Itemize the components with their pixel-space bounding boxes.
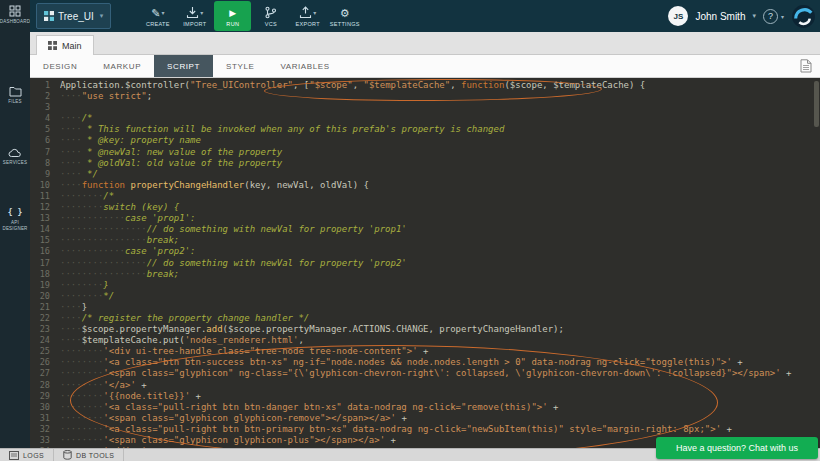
tab-variables[interactable]: VARIABLES [267,55,342,77]
import-button[interactable]: ▾ IMPORT [176,1,213,31]
page-grid-icon [48,41,57,50]
code-line[interactable]: ····} [60,302,812,313]
code-line[interactable]: ····/* register the property change hand… [60,313,812,324]
code-line[interactable]: ········} [60,280,812,291]
gutter-line-number: 33 [30,435,50,446]
code-line[interactable]: ················break; [60,269,812,280]
db-tools-label: DB TOOLS [76,452,114,459]
database-icon [63,450,72,460]
code-line[interactable]: ················break; [60,235,812,246]
gutter-line-number: 17 [30,258,50,269]
page-tab-strip: Main [30,32,820,55]
gutter-line-number: 30 [30,402,50,413]
import-icon [186,6,199,19]
chevron-down-icon: ▾ [200,9,203,16]
settings-button[interactable]: ⚙ SETTINGS [326,1,363,31]
run-button[interactable]: ▶ RUN [214,1,251,31]
file-document-icon[interactable] [800,55,812,77]
settings-gear-icon: ⚙ [340,7,350,19]
chevron-down-icon: ▾ [313,9,316,16]
gutter-line-number: 6 [30,135,50,146]
editor-scrollbar[interactable] [814,81,819,127]
code-line[interactable]: ········'<span class="glyphicon glyphico… [60,413,812,424]
code-line[interactable]: ···· * @oldVal: old value of the propert… [60,158,812,169]
code-line[interactable]: ········'</a>' + [60,380,812,391]
code-line[interactable]: ····$scope.propertyManager.add($scope.pr… [60,324,812,335]
gutter-line-number: 16 [30,246,50,257]
gutter-line-number: 4 [30,113,50,124]
code-line[interactable]: ····$templateCache.put('nodes_renderer.h… [60,335,812,346]
run-icon: ▶ [229,7,236,19]
gutter-line-number: 10 [30,180,50,191]
code-line[interactable]: ········'<a class="pull-right btn btn-da… [60,402,812,413]
gutter-line-number: 9 [30,169,50,180]
avatar[interactable]: JS [668,6,688,26]
code-line[interactable]: ········'<a class="btn btn-success btn-x… [60,357,812,368]
code-editor[interactable]: 1234567891011121314151617181920212223242… [30,78,820,448]
import-label: IMPORT [183,21,206,27]
sidebar-item-services[interactable]: SERVICES [0,148,30,166]
chat-with-us-button[interactable]: Have a question? Chat with us [656,437,818,459]
editor-mode-tabs: DESIGN MARKUP SCRIPT STYLE VARIABLES [30,55,820,78]
code-line[interactable]: ········'<span class="glyphicon" ng-clas… [60,368,812,379]
create-button[interactable]: ✎▾ CREATE [139,1,176,31]
gutter-line-number: 25 [30,346,50,357]
gutter-line-number: 26 [30,357,50,368]
code-line[interactable]: ················// do something with new… [60,258,812,269]
code-line[interactable]: ············case 'prop2': [60,246,812,257]
export-icon [299,6,312,19]
code-line[interactable]: ········switch (key) { [60,202,812,213]
code-line[interactable]: ········*/ [60,291,812,302]
code-line[interactable]: ········'<div ui-tree-handle class="tree… [60,346,812,357]
logs-button[interactable]: LOGS [0,449,53,461]
logs-label: LOGS [23,452,44,459]
help-button[interactable]: ? [763,9,778,24]
chevron-down-icon[interactable]: ▾ [752,12,756,20]
sidebar-item-files[interactable]: FILES [0,86,30,105]
code-lines[interactable]: Application.$controller("Tree_UIControll… [60,80,812,448]
gutter-line-number: 28 [30,380,50,391]
project-name: Tree_UI [58,11,94,22]
code-line[interactable]: ····/* [60,113,812,124]
code-line[interactable]: ···· * This function will be invoked whe… [60,124,812,135]
code-line[interactable]: ············case 'prop1': [60,213,812,224]
vcs-button[interactable]: VCS [252,1,289,31]
code-line[interactable]: Application.$controller("Tree_UIControll… [60,80,812,91]
gutter-line-number: 31 [30,413,50,424]
header: Tree_UI ▾ ✎▾ CREATE ▾ IMPORT ▶ RUN [30,0,820,32]
code-line[interactable]: ···· * @key: property name [60,135,812,146]
settings-label: SETTINGS [330,21,360,27]
gutter-line-number: 23 [30,324,50,335]
code-line[interactable]: ····function propertyChangeHandler(key, … [60,180,812,191]
code-line[interactable]: ········'{{node.title}}' + [60,391,812,402]
sidebar-item-label: API DESIGNER [0,220,30,233]
gutter-line-number: 20 [30,291,50,302]
code-line[interactable]: ················// do something with new… [60,224,812,235]
tab-main-page[interactable]: Main [36,35,94,55]
chevron-down-icon[interactable]: ▾ [781,13,784,20]
code-line[interactable]: ········'<a class="pull-right btn btn-pr… [60,424,812,435]
gutter-line-number: 11 [30,191,50,202]
code-line[interactable] [60,102,812,113]
code-line[interactable]: ····"use strict"; [60,91,812,102]
gutter-line-number: 1 [30,80,50,91]
export-button[interactable]: ▾ EXPORT [289,1,326,31]
tab-design[interactable]: DESIGN [30,55,90,77]
project-tab[interactable]: Tree_UI ▾ [36,3,111,29]
db-tools-button[interactable]: DB TOOLS [54,449,123,461]
chevron-down-icon: ▾ [161,9,164,16]
code-line[interactable]: ···· * @newVal: new value of the propert… [60,147,812,158]
gutter-line-number: 32 [30,424,50,435]
gutter-line-number: 18 [30,269,50,280]
tab-markup[interactable]: MARKUP [90,55,154,77]
sidebar-item-api-designer[interactable]: { } API DESIGNER [0,208,30,233]
dashboard-icon [9,5,21,17]
wavemaker-logo[interactable] [791,4,816,29]
tab-style[interactable]: STYLE [213,55,267,77]
user-name[interactable]: John Smith [695,11,745,22]
project-grid-icon [44,11,54,21]
tab-script[interactable]: SCRIPT [154,55,213,77]
code-line[interactable]: ········/* [60,191,812,202]
sidebar-item-dashboard[interactable]: DASHBOARD [0,5,30,25]
code-line[interactable]: ···· */ [60,169,812,180]
